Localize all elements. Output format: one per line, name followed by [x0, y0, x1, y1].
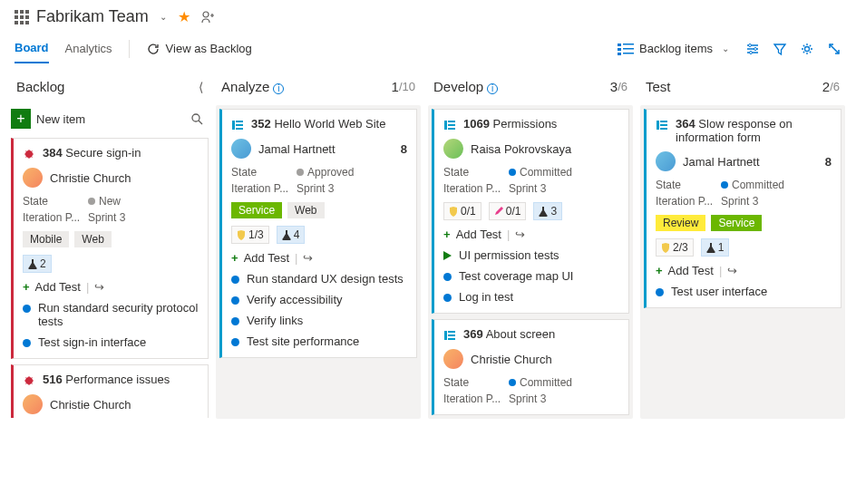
expand-icon[interactable]: ↪: [303, 251, 313, 265]
test-item[interactable]: Log in test: [443, 290, 619, 304]
gear-icon[interactable]: [800, 42, 814, 56]
shield-icon: [449, 206, 458, 217]
expand-icon[interactable]: ↪: [94, 280, 104, 294]
iteration-value: Sprint 3: [88, 211, 125, 224]
svg-rect-8: [25, 21, 29, 24]
state-value: Approved: [307, 166, 354, 179]
task-badge[interactable]: 2/3: [656, 238, 694, 257]
team-dropdown-icon[interactable]: ⌄: [156, 12, 170, 22]
assignee: Christie Church: [50, 398, 131, 412]
backlog-items-label: Backlog items: [639, 42, 713, 55]
svg-rect-33: [448, 334, 455, 336]
assignee: Jamal Hartnett: [683, 155, 760, 169]
svg-rect-2: [25, 10, 29, 14]
svg-rect-3: [15, 15, 18, 19]
column-limit: /6: [830, 80, 840, 93]
expand-icon[interactable]: ↪: [727, 264, 737, 277]
status-dot-icon: [23, 339, 31, 347]
column-limit: /6: [618, 80, 627, 93]
tab-board[interactable]: Board: [15, 34, 49, 63]
test-count-badge[interactable]: 1: [701, 238, 730, 257]
avatar: [231, 139, 251, 159]
search-icon[interactable]: [190, 112, 203, 125]
card-384[interactable]: 384 Secure sign-in Christie Church State…: [11, 138, 209, 359]
flask-icon: [28, 258, 37, 269]
card-516[interactable]: 516 Performance issues Christie Church: [11, 364, 209, 418]
pbi-icon: [231, 119, 244, 131]
avatar: [443, 139, 463, 159]
plus-icon[interactable]: +: [23, 280, 30, 294]
test-item[interactable]: Test user interface: [656, 285, 832, 298]
add-test-button[interactable]: Add Test: [35, 280, 81, 294]
test-count-badge[interactable]: 4: [277, 226, 306, 244]
column-limit: /10: [399, 80, 415, 93]
add-test-button[interactable]: Add Test: [244, 251, 289, 265]
collapse-icon[interactable]: ⟨: [199, 80, 203, 94]
iteration-label: Iteration P...: [23, 211, 84, 224]
column-title-analyze: Analyzei: [221, 79, 392, 94]
card-364[interactable]: 364 Slow response on information form Ja…: [644, 109, 841, 308]
team-members-icon[interactable]: [201, 11, 218, 24]
svg-rect-30: [448, 128, 455, 130]
edit-badge[interactable]: 0/1: [489, 202, 527, 220]
view-as-label: View as Backlog: [166, 42, 252, 55]
state-dot-icon: [509, 169, 516, 176]
test-item[interactable]: Run standard security protocol tests: [23, 301, 199, 328]
add-test-button[interactable]: Add Test: [668, 264, 714, 277]
test-count-badge[interactable]: 2: [23, 255, 52, 273]
assignee: Jamal Hartnett: [258, 142, 336, 156]
backlog-items-dropdown[interactable]: Backlog items ⌄: [618, 42, 733, 55]
column-title-backlog: Backlog: [16, 79, 199, 94]
test-item[interactable]: Test sign-in interface: [23, 335, 199, 349]
state-label: State: [443, 166, 505, 179]
fullscreen-icon[interactable]: [827, 42, 841, 56]
test-item[interactable]: Test coverage map UI: [443, 269, 619, 283]
team-name[interactable]: Fabrikam Team: [36, 7, 149, 26]
card-title: Permissions: [493, 117, 558, 131]
card-id: 352: [251, 117, 271, 131]
test-item[interactable]: Verify links: [231, 314, 407, 327]
status-dot-icon: [656, 288, 664, 296]
settings-sliders-icon[interactable]: [745, 42, 760, 56]
column-count: 2: [822, 79, 830, 94]
test-item[interactable]: Test site performance: [231, 334, 407, 348]
new-item-label[interactable]: New item: [36, 112, 85, 126]
svg-rect-27: [444, 121, 447, 130]
plus-icon[interactable]: +: [231, 251, 238, 265]
tag[interactable]: Web: [74, 231, 111, 247]
card-369[interactable]: 369 About screen Christie Church State C…: [432, 319, 629, 415]
avatar: [656, 151, 676, 171]
state-value: New: [99, 195, 121, 208]
test-item[interactable]: Run standard UX design tests: [231, 272, 407, 286]
info-icon[interactable]: i: [487, 83, 498, 94]
tag[interactable]: Service: [231, 202, 282, 218]
test-item[interactable]: Verify accessibility: [231, 293, 407, 306]
state-dot-icon: [297, 169, 304, 176]
info-icon[interactable]: i: [273, 83, 284, 94]
task-badge[interactable]: 1/3: [231, 226, 269, 244]
test-count-badge[interactable]: 3: [533, 202, 562, 220]
column-count: 3: [610, 79, 618, 94]
status-dot-icon: [443, 273, 452, 281]
column-count: 1: [392, 79, 399, 94]
filter-icon[interactable]: [773, 42, 787, 56]
tab-analytics[interactable]: Analytics: [65, 34, 112, 63]
task-badge[interactable]: 0/1: [443, 202, 482, 220]
favorite-star-icon[interactable]: ★: [178, 8, 190, 25]
card-352[interactable]: 352 Hello World Web Site Jamal Hartnett8…: [219, 109, 417, 358]
tag[interactable]: Web: [287, 202, 324, 218]
tag[interactable]: Service: [711, 215, 762, 231]
card-1069[interactable]: 1069 Permissions Raisa Pokrovskaya State…: [432, 109, 629, 314]
tag[interactable]: Review: [656, 215, 705, 231]
new-item-button[interactable]: +: [11, 109, 31, 129]
svg-point-19: [805, 46, 810, 51]
add-test-button[interactable]: Add Test: [456, 228, 501, 241]
svg-rect-29: [448, 124, 455, 126]
expand-icon[interactable]: ↪: [515, 228, 525, 241]
view-as-backlog-button[interactable]: View as Backlog: [146, 42, 252, 56]
effort: 8: [401, 142, 407, 156]
tag[interactable]: Mobile: [23, 231, 69, 247]
plus-icon[interactable]: +: [656, 264, 663, 277]
plus-icon[interactable]: +: [443, 228, 451, 241]
test-item[interactable]: UI permission tests: [443, 248, 619, 262]
